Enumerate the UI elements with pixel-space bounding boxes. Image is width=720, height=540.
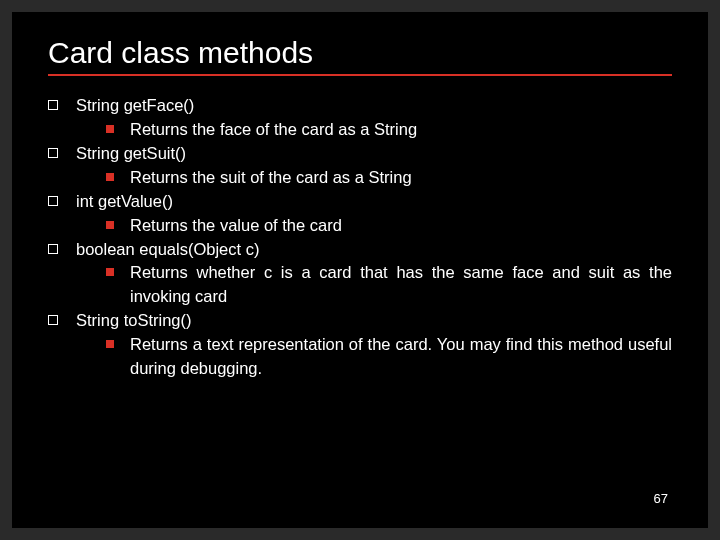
method-signature: String getFace() — [76, 94, 672, 118]
title-underline — [48, 74, 672, 76]
red-square-icon — [106, 125, 114, 133]
slide: Card class methods String getFace() Retu… — [12, 12, 708, 528]
square-bullet-icon — [48, 315, 58, 325]
slide-title: Card class methods — [48, 36, 672, 70]
list-item: String toString() Returns a text represe… — [48, 309, 672, 381]
square-bullet-icon — [48, 196, 58, 206]
list-subitem: Returns the face of the card as a String — [76, 118, 672, 142]
method-description: Returns a text representation of the car… — [130, 333, 672, 381]
method-signature: int getValue() — [76, 190, 672, 214]
red-square-icon — [106, 340, 114, 348]
red-square-icon — [106, 268, 114, 276]
square-bullet-icon — [48, 148, 58, 158]
list-item: String getFace() Returns the face of the… — [48, 94, 672, 142]
method-signature: String toString() — [76, 309, 672, 333]
method-description: Returns the face of the card as a String — [130, 118, 672, 142]
list-item: int getValue() Returns the value of the … — [48, 190, 672, 238]
square-bullet-icon — [48, 244, 58, 254]
method-description: Returns whether c is a card that has the… — [130, 261, 672, 309]
square-bullet-icon — [48, 100, 58, 110]
method-description: Returns the suit of the card as a String — [130, 166, 672, 190]
list-item: boolean equals(Object c) Returns whether… — [48, 238, 672, 310]
method-signature: boolean equals(Object c) — [76, 238, 672, 262]
list-subitem: Returns the suit of the card as a String — [76, 166, 672, 190]
method-signature: String getSuit() — [76, 142, 672, 166]
page-number: 67 — [654, 491, 668, 506]
list-subitem: Returns the value of the card — [76, 214, 672, 238]
list-item: String getSuit() Returns the suit of the… — [48, 142, 672, 190]
method-description: Returns the value of the card — [130, 214, 672, 238]
list-subitem: Returns a text representation of the car… — [76, 333, 672, 381]
red-square-icon — [106, 173, 114, 181]
red-square-icon — [106, 221, 114, 229]
list-subitem: Returns whether c is a card that has the… — [76, 261, 672, 309]
content-area: String getFace() Returns the face of the… — [48, 94, 672, 381]
